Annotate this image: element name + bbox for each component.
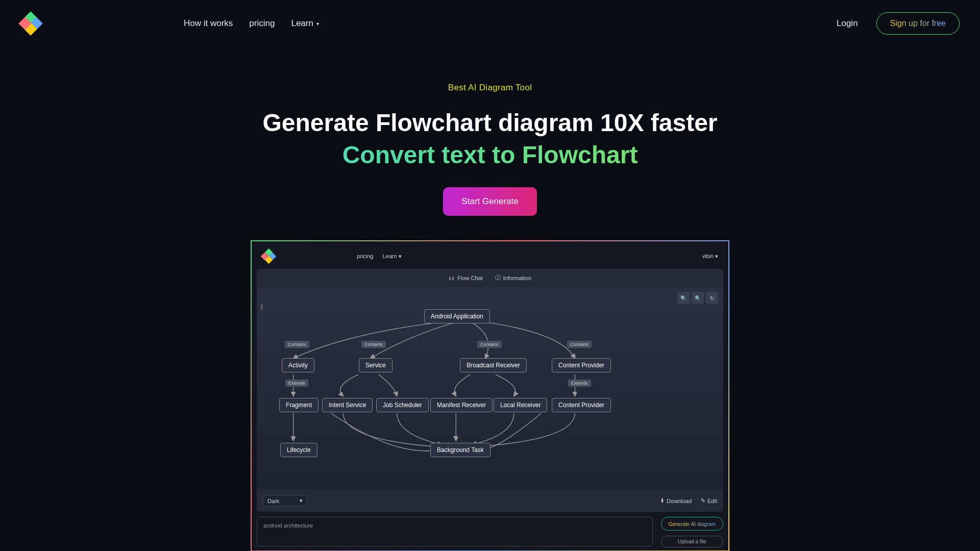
canvas[interactable]: 🔍 🔍 ↻ <box>257 287 723 490</box>
app-preview: pricing Learn ▾ vibin ▾ ⫾⫾Flow Chat ⓘInf… <box>251 240 729 551</box>
chevron-down-icon: ▾ <box>399 253 402 260</box>
nav-links: How it works pricing Learn▾ <box>184 18 319 29</box>
hero: Best AI Diagram Tool Generate Flowchart … <box>0 47 980 216</box>
nav-right: Login Sign up for free <box>837 12 960 35</box>
hero-badge: Best AI Diagram Tool <box>0 83 980 93</box>
edge-label: Contains <box>567 341 592 348</box>
login-link[interactable]: Login <box>837 18 858 29</box>
node-content-provider[interactable]: Content Provider <box>552 358 611 372</box>
edit-icon: ✎ <box>701 497 705 504</box>
prompt-text: android architecture <box>263 522 646 529</box>
canvas-tools: 🔍 🔍 ↻ <box>677 292 718 304</box>
hero-subheadline: Convert text to Flowchart <box>0 141 980 169</box>
zoom-in-icon[interactable]: 🔍 <box>677 292 690 304</box>
node-local-receiver[interactable]: Local Receiver <box>494 398 547 412</box>
tab-flow-chat[interactable]: ⫾⫾Flow Chat <box>449 274 483 282</box>
navbar: How it works pricing Learn▾ Login Sign u… <box>0 0 980 47</box>
chevron-down-icon: ▾ <box>316 21 319 27</box>
app-header: pricing Learn ▾ vibin ▾ <box>257 246 723 269</box>
reset-icon[interactable]: ↻ <box>706 292 718 304</box>
side-actions: Generate AI diagram Upload a file <box>661 517 723 547</box>
chart-icon: ⫾⫾ <box>449 275 455 281</box>
chevron-down-icon: ▾ <box>300 497 303 504</box>
zoom-out-icon[interactable]: 🔍 <box>692 292 704 304</box>
node-content-provider-2[interactable]: Content Provider <box>552 398 611 412</box>
edge-label: Extends <box>285 380 308 387</box>
info-icon: ⓘ <box>495 274 501 282</box>
node-intent-service[interactable]: Intent Service <box>322 398 373 412</box>
node-lifecycle[interactable]: Lifecycle <box>280 443 317 457</box>
chevron-down-icon: ▾ <box>715 253 718 260</box>
app-nav: pricing Learn ▾ <box>357 253 402 260</box>
edge-label: Contains <box>361 341 386 348</box>
edge-label: Contains <box>477 341 502 348</box>
node-job-scheduler[interactable]: Job Scheduler <box>376 398 429 412</box>
node-fragment[interactable]: Fragment <box>279 398 318 412</box>
node-broadcast[interactable]: Broadcast Receiver <box>460 358 527 372</box>
generate-diagram-button[interactable]: Generate AI diagram <box>661 517 723 531</box>
nav-learn[interactable]: Learn▾ <box>291 18 318 29</box>
canvas-wrap: ⫾⫾Flow Chat ⓘInformation 🔍 🔍 ↻ <box>257 269 723 512</box>
footer-actions: ⬇Download ✎Edit <box>660 497 717 504</box>
hero-headline: Generate Flowchart diagram 10X faster <box>0 107 980 139</box>
upload-file-button[interactable]: Upload a file <box>661 536 723 547</box>
theme-select[interactable]: Dark▾ <box>263 495 307 507</box>
app-user-menu[interactable]: vibin ▾ <box>702 253 718 260</box>
nav-pricing[interactable]: pricing <box>249 18 275 29</box>
edge-label: Extends <box>568 380 591 387</box>
download-button[interactable]: ⬇Download <box>660 497 692 504</box>
edge-label: Contains <box>285 341 309 348</box>
node-manifest-receiver[interactable]: Manifest Receiver <box>430 398 493 412</box>
app-logo[interactable] <box>262 249 275 263</box>
prompt-input[interactable]: android architecture <box>257 517 653 546</box>
app-nav-pricing[interactable]: pricing <box>357 253 373 260</box>
node-root[interactable]: Android Application <box>424 309 490 323</box>
signup-button[interactable]: Sign up for free <box>876 12 960 35</box>
download-icon: ⬇ <box>660 497 665 504</box>
logo[interactable] <box>20 13 41 34</box>
node-service[interactable]: Service <box>359 358 393 372</box>
canvas-footer: Dark▾ ⬇Download ✎Edit <box>257 490 723 512</box>
input-row: android architecture Generate AI diagram… <box>257 517 723 547</box>
node-background-task[interactable]: Background Task <box>430 443 491 457</box>
node-activity[interactable]: Activity <box>282 358 314 372</box>
app-nav-learn[interactable]: Learn ▾ <box>382 253 401 260</box>
tab-information[interactable]: ⓘInformation <box>495 274 531 282</box>
drag-handle[interactable] <box>261 304 263 310</box>
canvas-tabs: ⫾⫾Flow Chat ⓘInformation <box>257 269 723 287</box>
start-generate-button[interactable]: Start Generate <box>443 187 537 216</box>
nav-how-it-works[interactable]: How it works <box>184 18 233 29</box>
edit-button[interactable]: ✎Edit <box>701 497 717 504</box>
